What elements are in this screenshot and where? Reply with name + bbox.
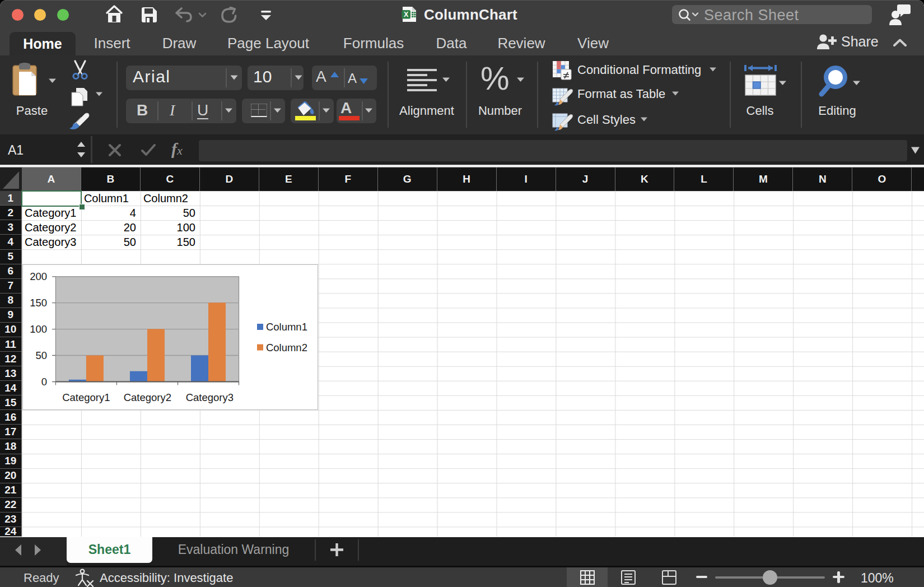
svg-text:100: 100 [30,323,47,335]
svg-text:X: X [404,11,409,18]
svg-text:50: 50 [35,350,47,361]
svg-text:Category2: Category2 [124,391,171,403]
svg-text:Column2: Column2 [266,342,307,353]
svg-text:Column1: Column1 [266,320,307,332]
svg-text:150: 150 [30,297,47,309]
svg-text:200: 200 [30,271,47,282]
svg-text:Category3: Category3 [186,391,234,403]
svg-text:Category1: Category1 [62,391,110,403]
svg-text:0: 0 [41,376,47,388]
